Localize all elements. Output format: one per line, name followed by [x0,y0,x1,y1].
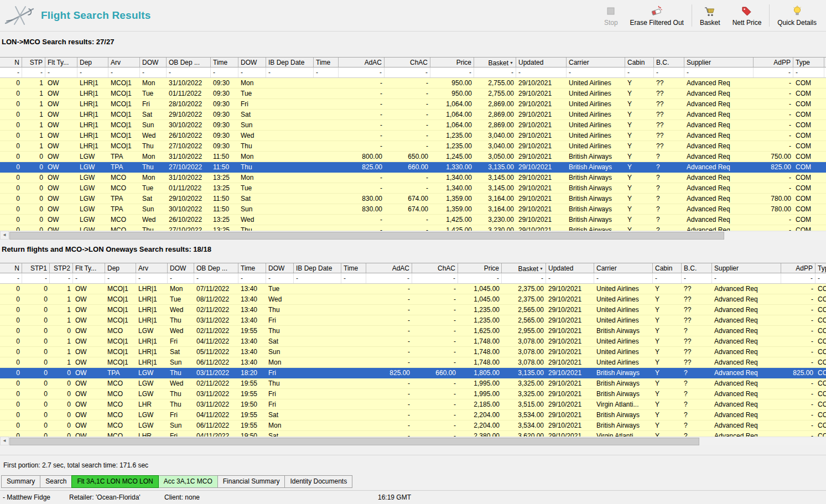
column-header-dow[interactable]: DOW [238,58,266,67]
column-header-stp2[interactable]: STP2 [50,263,73,273]
column-header-cabin[interactable]: Cabin [625,58,654,67]
filter-cell[interactable]: - [341,273,366,283]
filter-cell[interactable]: - [815,273,826,283]
table-row[interactable]: 00OWLGWMCOTue01/11/202213:25Tue--1,340.0… [0,183,826,194]
table-row[interactable]: 000OWMCOLGWThu03/11/202219:55Fri--1,995.… [0,389,826,399]
filter-cell[interactable]: - [339,67,385,77]
column-header-arv[interactable]: Arv [136,263,168,273]
table-row[interactable]: 000OWMCOLHRThu03/11/202219:50Fri--2,185.… [0,399,826,410]
column-header-dep[interactable]: Dep [105,263,136,273]
table-row[interactable]: 01OWLHR|1MCO|1Sun30/10/202209:30Sun--1,0… [0,120,826,131]
filter-cell[interactable]: - [458,273,502,283]
table-row[interactable]: 01OWLHR|1MCO|1Mon31/10/202209:30Mon--950… [0,78,826,89]
scroll-left-button[interactable]: ◄ [0,231,9,240]
filter-cell[interactable]: - [430,67,474,77]
quick-details-button[interactable]: Quick Details [771,0,823,31]
table-row-selected[interactable]: 00OWLGWTPAThu27/10/202211:50Thu825.00660… [0,162,826,173]
filter-cell[interactable]: - [412,273,458,283]
basket-button[interactable]: Basket [694,0,726,31]
column-header-flt-ty[interactable]: Flt Ty... [73,263,105,273]
column-header-carrier[interactable]: Carrier [567,58,625,67]
table-row[interactable]: 000OWMCOLHRFri04/11/202219:50Sat--2,380.… [0,431,826,437]
filter-cell[interactable]: - [516,67,567,77]
scrollbar-thumb[interactable] [9,232,724,240]
table-row[interactable]: 001OWMCO|1LHR|1Wed02/11/202213:40Thu--1,… [0,305,826,315]
filter-cell[interactable]: - [546,273,594,283]
column-header-dep[interactable]: Dep [77,58,108,67]
column-header-price[interactable]: Price [458,263,502,273]
column-header-supplier[interactable]: Supplier [712,263,781,273]
column-header-updated[interactable]: Updated [546,263,594,273]
column-header-ob-dep[interactable]: OB Dep ... [167,58,211,67]
table-row[interactable]: 000OWMCOLGWWed02/11/202219:55Thu--1,995.… [0,378,826,389]
column-header-ib-dep-date[interactable]: IB Dep Date [294,263,341,273]
column-header-time[interactable]: Time [314,58,339,67]
filter-cell[interactable]: - [140,67,167,77]
table-row[interactable]: 000OWMCOLGWWed02/11/202219:55Thu--1,625.… [0,326,826,336]
table-row[interactable]: 01OWLHR|1MCO|1Tue01/11/202209:30Tue--950… [0,89,826,99]
erase-filtered-out-button[interactable]: Erase Filtered Out [624,0,690,31]
table-row[interactable]: 00OWLGWTPAMon31/10/202211:50Mon800.00650… [0,152,826,162]
table-row[interactable]: 001OWMCO|1LHR|1Sun06/11/202213:40Mon--1,… [0,357,826,368]
column-header-chac[interactable]: ChAC [385,58,430,67]
filter-cell[interactable]: - [682,273,712,283]
nett-price-button[interactable]: Nett Price [726,0,768,31]
column-header-stp[interactable]: STP [22,58,45,67]
filter-cell[interactable]: - [211,67,238,77]
column-header-time[interactable]: Time [238,263,266,273]
table-row[interactable]: 001OWMCO|1LHR|1Mon07/11/202213:40Tue--1,… [0,284,826,294]
scrollbar-thumb[interactable] [9,438,699,445]
filter-cell[interactable]: - [684,67,754,77]
column-header-ob-dep[interactable]: OB Dep ... [194,263,238,273]
filter-cell[interactable]: - [712,273,781,283]
stop-button[interactable]: Stop [598,0,624,31]
table-row[interactable]: 01OWLHR|1MCO|1Fri28/10/202209:30Fri--1,0… [0,99,826,110]
tab-summary[interactable]: Summary [1,475,40,488]
column-header-adpp[interactable]: AdPP [754,58,793,67]
filter-cell[interactable]: - [238,67,266,77]
filter-cell[interactable]: - [781,273,815,283]
filter-cell[interactable]: - [366,273,412,283]
filter-cell[interactable]: - [136,273,168,283]
filter-cell[interactable]: - [108,67,140,77]
column-header-dow[interactable]: DOW [266,263,294,273]
table-row[interactable]: 000OWMCOLGWSun06/11/202219:55Mon--2,204.… [0,420,826,431]
table-row[interactable]: 001OWMCO|1LHR|1Tue08/11/202213:40Wed--1,… [0,294,826,305]
column-header-time[interactable]: Time [341,263,366,273]
table-row[interactable]: 001OWMCO|1LHR|1Fri04/11/202213:40Sat--1,… [0,336,826,347]
column-header-type[interactable]: Type [793,58,824,67]
table-row[interactable]: 01OWLHR|1MCO|1Sat29/10/202209:30Sat--1,0… [0,110,826,120]
column-header-supplier[interactable]: Supplier [684,58,754,67]
table-row[interactable]: 000OWMCOLGWFri04/11/202219:55Sat--2,204.… [0,410,826,420]
filter-cell[interactable]: - [625,67,654,77]
filter-cell[interactable]: - [793,67,824,77]
table-row[interactable]: 01OWLHR|1MCO|1Thu27/10/202209:30Thu--1,2… [0,141,826,152]
column-header-n[interactable]: N [0,58,22,67]
column-header-chac[interactable]: ChAC [412,263,458,273]
table-row[interactable]: 001OWMCO|1LHR|1Sat05/11/202213:40Sun--1,… [0,347,826,357]
column-header-adac[interactable]: AdAC [339,58,385,67]
column-header-arv[interactable]: Arv [108,58,140,67]
filter-cell[interactable]: - [754,67,793,77]
column-header-time[interactable]: Time [211,58,238,67]
filter-cell[interactable]: - [105,273,136,283]
column-header-adpp[interactable]: AdPP [781,263,815,273]
column-header-carrier[interactable]: Carrier [594,263,653,273]
filter-cell[interactable]: - [45,67,77,77]
column-header-ib-dep-date[interactable]: IB Dep Date [266,58,314,67]
filter-cell[interactable]: - [266,273,294,283]
filter-cell[interactable]: - [294,273,341,283]
column-header-updated[interactable]: Updated [516,58,567,67]
table-row[interactable]: 00OWLGWTPASat29/10/202211:50Sat830.00674… [0,194,826,204]
column-header-type[interactable]: Type [815,263,826,273]
table-row-selected[interactable]: 000OWTPALGWThu03/11/202218:20Fri825.0066… [0,368,826,378]
column-header-price[interactable]: Price [430,58,474,67]
column-header-flt-ty[interactable]: Flt Ty... [45,58,77,67]
filter-cell[interactable]: - [77,67,108,77]
scroll-left-button[interactable]: ◄ [0,437,9,445]
filter-cell[interactable]: - [167,67,211,77]
filter-cell[interactable]: - [22,273,50,283]
filter-cell[interactable]: - [0,273,22,283]
filter-cell[interactable]: - [314,67,339,77]
table-row[interactable]: 00OWLGWMCOWed26/10/202213:25Wed--1,425.0… [0,215,826,225]
